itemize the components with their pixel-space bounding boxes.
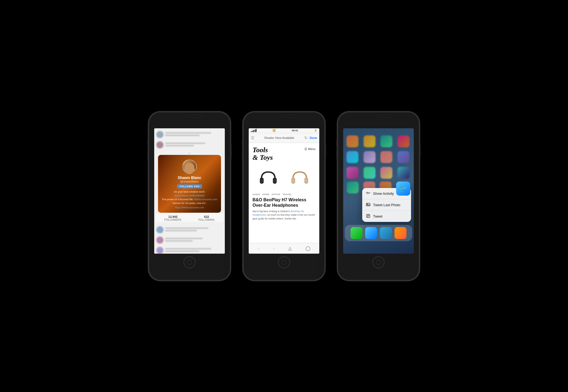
menu-toggle[interactable]: ☰ Menu	[304, 147, 315, 151]
speaker-grill-3	[377, 116, 390, 117]
article-body: We're big fans of Bang & Olufsen's BeoPl…	[253, 210, 315, 221]
profile-bio: Do your best creative work: shawnblanc.n…	[162, 190, 217, 205]
article-content: Tools & Toys ☰ Menu	[249, 143, 319, 224]
headphone-black-svg	[259, 168, 278, 190]
article-tags: AUDIO HOME OFFICE TRAVEL	[253, 193, 315, 196]
app-icon-11[interactable]	[380, 167, 392, 179]
volume-up-button[interactable]	[147, 139, 149, 148]
app-icon-9[interactable]	[346, 167, 358, 179]
hamburger-icon: ☰	[304, 147, 307, 151]
share-button[interactable]: △	[288, 246, 292, 251]
app-icon-12[interactable]	[397, 167, 409, 179]
volume-down-button-2[interactable]	[242, 151, 243, 159]
volume-down-button-3[interactable]	[336, 151, 337, 159]
phone-1-screen: ⌄ Shawn Blanc @shawnblanc FOLLOWS YOU Do…	[154, 128, 225, 254]
home-button-2[interactable]	[278, 256, 290, 268]
profile-card: Shawn Blanc @shawnblanc FOLLOWS YOU Do y…	[158, 155, 221, 213]
profile-avatar	[182, 159, 197, 174]
phone-1: ⌄ Shawn Blanc @shawnblanc FOLLOWS YOU Do…	[149, 112, 230, 280]
volume-down-button[interactable]	[147, 151, 149, 159]
svg-point-2	[260, 179, 263, 183]
dock-app-4[interactable]	[395, 227, 406, 239]
phone-top-bar-2	[243, 112, 325, 128]
status-icons: 📶	[273, 129, 276, 132]
phone-3: 🐦 Show Activity	[338, 112, 419, 280]
app-icon-6[interactable]	[364, 151, 375, 163]
app-icon-5[interactable]	[346, 151, 358, 163]
svg-point-7	[305, 179, 308, 183]
show-activity-label: Show Activity	[373, 192, 394, 196]
app-icon-13[interactable]	[347, 181, 359, 193]
volume-up-button-2[interactable]	[242, 139, 243, 148]
url-bar[interactable]: ☰ Reader View Available ↻ Done	[249, 133, 319, 143]
back-button[interactable]: ‹	[258, 246, 259, 251]
edit-icon	[366, 214, 370, 219]
popup-tweet[interactable]: Tweet	[362, 211, 411, 222]
bookmarks-button[interactable]: ◯	[305, 246, 310, 251]
profile-stats: 12,945 FOLLOWERS 622 FOLLOWING	[156, 213, 223, 222]
article-title: B&O BeoPlay H7 Wireless Over-Ear Headpho…	[253, 197, 315, 208]
profile-name: Shawn Blanc	[178, 176, 201, 180]
phone-2: 📶 09:41 🔋 ☰ Reader View Available ↻ Done	[243, 112, 325, 280]
app-icon-8[interactable]	[397, 151, 409, 163]
svg-point-6	[292, 179, 295, 183]
image-icon	[366, 202, 370, 208]
dock-app-messages[interactable]	[365, 227, 377, 239]
home-button-1[interactable]	[184, 256, 195, 268]
phone-3-screen: 🐦 Show Activity	[343, 128, 414, 254]
popup-tweet-last-photo[interactable]: Tweet Last Photo	[362, 199, 411, 211]
app-icon-4[interactable]	[397, 135, 409, 147]
dock-app-safari[interactable]	[380, 227, 392, 239]
power-button-2[interactable]	[325, 145, 326, 158]
following-stat: 622 FOLLOWING	[198, 215, 215, 221]
svg-point-3	[273, 179, 276, 183]
tweetbot-emoji: 🐦	[399, 185, 408, 192]
app-icon-2[interactable]	[364, 135, 375, 147]
dock	[345, 225, 412, 241]
blurred-feed-bottom	[154, 224, 225, 254]
tweet-label: Tweet	[373, 214, 383, 218]
app-icon-7[interactable]	[380, 151, 392, 163]
speaker-grill	[188, 116, 201, 117]
follows-badge: FOLLOWS YOU	[177, 184, 202, 188]
home-button-3[interactable]	[373, 256, 384, 268]
reader-view-text: Reader View Available	[257, 136, 302, 139]
forward-button[interactable]: ›	[273, 246, 274, 251]
app-grid	[343, 133, 414, 181]
reload-icon[interactable]: ↻	[304, 136, 308, 140]
blurred-feed-top: ⌄	[154, 128, 225, 155]
power-button-3[interactable]	[419, 145, 421, 158]
app-icon-3[interactable]	[380, 135, 392, 147]
status-bar-2: 📶 09:41 🔋	[249, 128, 319, 133]
volume-up-button-3[interactable]	[336, 139, 337, 148]
battery-status: 🔋	[314, 129, 317, 132]
tweet-last-photo-label: Tweet Last Photo	[373, 203, 400, 207]
dock-app-phone[interactable]	[351, 227, 362, 239]
app-icon-1[interactable]	[346, 135, 358, 147]
signal-bars	[251, 129, 257, 132]
headphones-image	[253, 167, 315, 191]
profile-website: https://thefocuscourse.com	[175, 206, 204, 209]
phone-top-bar	[149, 112, 230, 128]
followers-stat: 12,945 FOLLOWERS	[164, 215, 181, 221]
done-button[interactable]: Done	[310, 136, 317, 139]
power-button[interactable]	[231, 145, 232, 158]
phone-top-bar-3	[338, 112, 419, 128]
status-time: 09:41	[292, 129, 298, 132]
speaker-grill-2	[282, 116, 296, 117]
wifi-icon: 📶	[273, 129, 276, 132]
menu-icon: ☰	[251, 136, 254, 140]
activity-icon	[366, 191, 370, 196]
tweetbot-app-container[interactable]: 🐦	[396, 181, 410, 196]
site-logo: Tools & Toys	[253, 146, 273, 162]
phone-2-screen: 📶 09:41 🔋 ☰ Reader View Available ↻ Done	[249, 128, 319, 254]
browser-toolbar: ‹ › △ ◯	[249, 243, 319, 254]
app-icon-10[interactable]	[364, 167, 375, 179]
profile-handle: @shawnblanc	[180, 180, 199, 183]
scene: ⌄ Shawn Blanc @shawnblanc FOLLOWS YOU Do…	[138, 96, 430, 297]
battery-icon: 🔋	[314, 129, 317, 132]
tweetbot-icon[interactable]: 🐦	[396, 181, 410, 196]
headphone-tan-svg	[290, 168, 309, 190]
